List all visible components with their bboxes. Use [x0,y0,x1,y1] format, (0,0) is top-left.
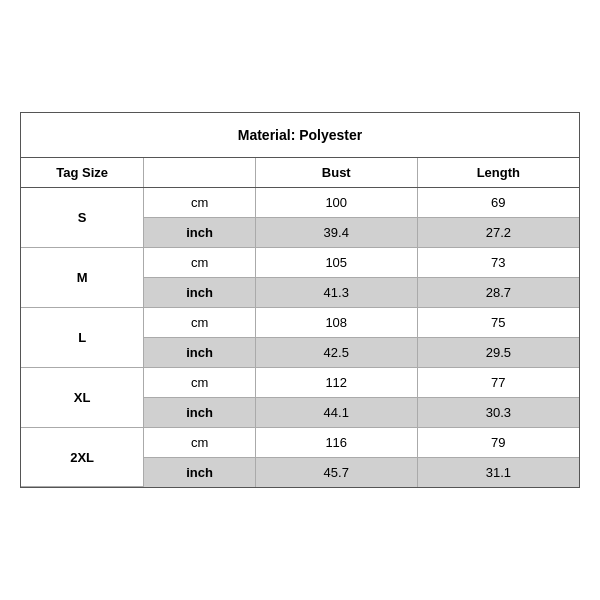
unit-inch-M: inch [144,277,256,307]
bust-inch-M: 41.3 [255,277,417,307]
length-cm-L: 75 [417,307,579,337]
length-cm-M: 73 [417,247,579,277]
header-empty [144,158,256,188]
tag-size-XL: XL [21,367,144,427]
header-bust: Bust [255,158,417,188]
length-inch-L: 29.5 [417,337,579,367]
length-inch-S: 27.2 [417,217,579,247]
chart-title: Material: Polyester [21,113,579,158]
unit-cm-XL: cm [144,367,256,397]
bust-cm-L: 108 [255,307,417,337]
size-chart-container: Material: Polyester Tag Size Bust Length… [20,112,580,489]
bust-cm-M: 105 [255,247,417,277]
unit-cm-L: cm [144,307,256,337]
bust-cm-S: 100 [255,187,417,217]
length-inch-XL: 30.3 [417,397,579,427]
header-tag-size: Tag Size [21,158,144,188]
header-length: Length [417,158,579,188]
size-table: Tag Size Bust Length Scm10069inch39.427.… [21,158,579,488]
unit-cm-2XL: cm [144,427,256,457]
unit-inch-XL: inch [144,397,256,427]
length-cm-XL: 77 [417,367,579,397]
tag-size-S: S [21,187,144,247]
bust-inch-S: 39.4 [255,217,417,247]
bust-cm-2XL: 116 [255,427,417,457]
unit-cm-S: cm [144,187,256,217]
tag-size-2XL: 2XL [21,427,144,487]
tag-size-M: M [21,247,144,307]
length-inch-M: 28.7 [417,277,579,307]
unit-inch-2XL: inch [144,457,256,487]
bust-inch-XL: 44.1 [255,397,417,427]
bust-inch-L: 42.5 [255,337,417,367]
length-cm-S: 69 [417,187,579,217]
unit-cm-M: cm [144,247,256,277]
length-inch-2XL: 31.1 [417,457,579,487]
tag-size-L: L [21,307,144,367]
unit-inch-L: inch [144,337,256,367]
unit-inch-S: inch [144,217,256,247]
length-cm-2XL: 79 [417,427,579,457]
bust-inch-2XL: 45.7 [255,457,417,487]
bust-cm-XL: 112 [255,367,417,397]
